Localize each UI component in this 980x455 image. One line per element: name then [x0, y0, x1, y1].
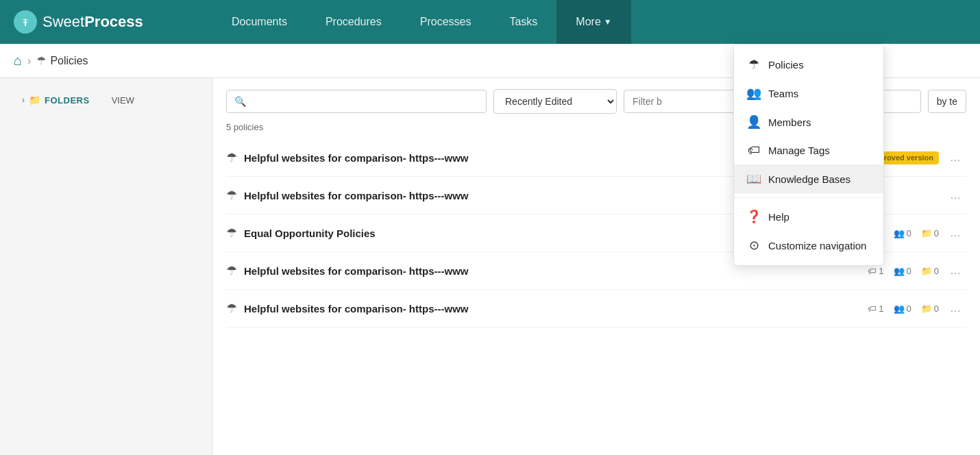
knowledge-bases-icon: 📖 [746, 171, 761, 186]
policy-icon: ☂ [226, 301, 237, 316]
nav-items: Documents Procedures Processes Tasks Mor… [212, 0, 980, 44]
members-count: 👥 0 [894, 266, 911, 276]
search-input[interactable] [226, 90, 487, 113]
row-more-button[interactable]: … [944, 299, 966, 317]
tags-count: 🏷 1 [868, 266, 883, 276]
breadcrumb-home[interactable]: ⌂ [14, 53, 22, 69]
breadcrumb-page-icon: ☂ [36, 54, 46, 67]
dropdown-label-teams: Teams [768, 88, 798, 99]
search-input-wrap: 🔍 [226, 90, 487, 113]
dropdown-item-policies[interactable]: ☂ Policies [734, 50, 883, 79]
dropdown-label-members: Members [768, 116, 811, 128]
tag-icon: 🏷 [868, 304, 877, 314]
search-icon: 🔍 [234, 96, 246, 107]
dropdown-label-knowledge-bases: Knowledge Bases [768, 173, 850, 185]
more-dropdown-menu: ☂ Policies 👥 Teams 👤 Members 🏷 Manage Ta… [733, 44, 884, 266]
help-icon: ❓ [746, 209, 761, 224]
dropdown-label-customize: Customize navigation [768, 240, 866, 251]
folder-icon: 📁 [29, 95, 40, 106]
dropdown-label-manage-tags: Manage Tags [768, 145, 830, 156]
policy-meta: 🏷 1 👥 0 📁 0 [868, 266, 939, 276]
folder-icon: 📁 [921, 228, 932, 238]
row-more-button[interactable]: … [944, 186, 966, 204]
sidebar: › 📁 FOLDERS VIEW [0, 78, 212, 455]
sort-select[interactable]: Recently Edited Alphabetical Recently Cr… [493, 89, 617, 114]
folders-count: 📁 0 [921, 304, 939, 314]
members-icon: 👥 [894, 266, 905, 276]
members-icon: 👥 [894, 228, 905, 238]
policy-icon: ☂ [226, 188, 237, 203]
dropdown-item-manage-tags[interactable]: 🏷 Manage Tags [734, 136, 883, 164]
dropdown-label-help: Help [768, 211, 789, 223]
dropdown-item-members[interactable]: 👤 Members [734, 108, 883, 136]
members-count: 👥 0 [894, 228, 911, 238]
policy-title: Helpful websites for comparison- https--… [244, 265, 552, 277]
policy-title: Equal Opportunity Policies [244, 228, 757, 239]
dropdown-label-policies: Policies [768, 59, 804, 71]
manage-tags-icon: 🏷 [746, 143, 761, 158]
dropdown-divider [734, 197, 883, 198]
dropdown-item-customize[interactable]: ⊙ Customize navigation [734, 231, 883, 260]
logo-area[interactable]: SweetProcess [0, 0, 212, 44]
nav-more[interactable]: More ▼ [556, 0, 630, 44]
row-more-button[interactable]: … [944, 224, 966, 242]
folders-count: 📁 0 [921, 266, 939, 276]
sidebar-folders[interactable]: › 📁 FOLDERS [11, 89, 101, 111]
nav-processes[interactable]: Processes [401, 0, 491, 44]
folder-icon: 📁 [921, 266, 932, 276]
customize-icon: ⊙ [746, 238, 761, 253]
policy-icon: ☂ [226, 263, 237, 278]
top-navigation: SweetProcess Documents Procedures Proces… [0, 0, 980, 44]
sidebar-folders-label: FOLDERS [45, 95, 90, 106]
policy-icon: ☂ [226, 225, 237, 241]
breadcrumb-separator: › [27, 55, 31, 67]
sidebar-view-label[interactable]: VIEW [112, 95, 134, 106]
policy-icon: ☂ [226, 150, 237, 165]
members-icon: 👤 [746, 114, 761, 130]
filter-by-team-button[interactable]: by te [928, 90, 966, 113]
sidebar-folders-row[interactable]: › 📁 FOLDERS VIEW [0, 89, 212, 111]
folder-icon: 📁 [921, 304, 932, 314]
dropdown-item-knowledge-bases[interactable]: 📖 Knowledge Bases [734, 164, 883, 193]
table-row[interactable]: ☂ Helpful websites for comparison- https… [226, 290, 966, 328]
policy-meta: 🏷 1 👥 0 📁 0 [868, 304, 939, 314]
nav-documents[interactable]: Documents [212, 0, 306, 44]
tags-count: 🏷 1 [868, 304, 883, 314]
policy-title: Helpful websites for comparison- https--… [244, 303, 552, 315]
policies-icon: ☂ [746, 57, 761, 72]
row-more-button[interactable]: … [944, 262, 966, 280]
tag-icon: 🏷 [868, 266, 877, 276]
chevron-right-icon: › [22, 95, 25, 105]
logo-icon [14, 10, 37, 34]
row-more-button[interactable]: … [944, 149, 966, 167]
folders-count: 📁 0 [921, 228, 939, 238]
members-icon: 👥 [894, 304, 905, 314]
nav-more-label: More [576, 16, 600, 28]
breadcrumb-page-title: Policies [50, 55, 88, 67]
brand-name: SweetProcess [42, 13, 143, 31]
teams-icon: 👥 [746, 86, 761, 101]
nav-procedures[interactable]: Procedures [306, 0, 401, 44]
members-count: 👥 0 [894, 304, 911, 314]
policy-title: Helpful websites for comparison- https--… [244, 190, 591, 201]
dropdown-item-help[interactable]: ❓ Help [734, 202, 883, 231]
chevron-down-icon: ▼ [604, 17, 612, 27]
dropdown-item-teams[interactable]: 👥 Teams [734, 79, 883, 108]
nav-tasks[interactable]: Tasks [490, 0, 556, 44]
